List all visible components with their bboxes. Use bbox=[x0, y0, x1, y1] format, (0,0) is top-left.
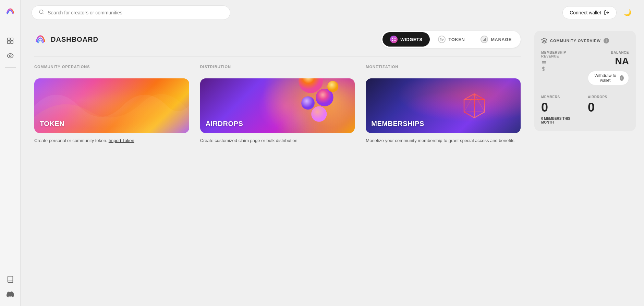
overview-header: COMMUNITY OVERVIEW i bbox=[541, 38, 629, 44]
theme-toggle-button[interactable]: 🌙 bbox=[622, 7, 633, 18]
overview-divider bbox=[541, 91, 629, 91]
overview-info-icon[interactable]: i bbox=[604, 38, 609, 43]
svg-rect-17 bbox=[485, 38, 486, 41]
tab-token[interactable]: TOKEN bbox=[430, 32, 472, 47]
svg-point-11 bbox=[392, 40, 393, 41]
svg-point-14 bbox=[441, 39, 442, 40]
tab-manage-label: MANAGE bbox=[491, 37, 512, 42]
sidebar-item-discord[interactable] bbox=[4, 288, 16, 301]
revenue-sub bbox=[541, 60, 582, 65]
airdrops-card-desc: Create customized claim page or bulk dis… bbox=[200, 137, 355, 144]
sidebar-divider-1 bbox=[5, 29, 16, 29]
community-operations-label: COMMUNITY OPERATIONS bbox=[34, 65, 189, 69]
search-icon bbox=[39, 9, 44, 16]
widgets-tab-icon bbox=[390, 36, 398, 43]
header: Connect wallet 🌙 bbox=[21, 0, 644, 25]
membership-revenue-stat: MEMBERSHIP REVENUE bbox=[541, 51, 582, 85]
dashboard-title-wrap: DASHBOARD bbox=[34, 33, 98, 46]
token-card-title: TOKEN bbox=[40, 120, 64, 128]
tab-token-label: TOKEN bbox=[448, 37, 465, 42]
svg-rect-15 bbox=[483, 40, 484, 41]
withdraw-info-icon[interactable]: i bbox=[620, 75, 624, 81]
card-airdrops: DISTRIBUTION bbox=[200, 65, 355, 144]
svg-point-6 bbox=[39, 10, 43, 14]
balance-value: NA bbox=[588, 56, 629, 67]
content-area: DASHBOARD WIDGETS bbox=[21, 25, 644, 306]
main-content: Connect wallet 🌙 bbox=[21, 0, 644, 306]
dashboard-header: DASHBOARD WIDGETS bbox=[34, 31, 521, 56]
token-tab-icon bbox=[438, 36, 446, 43]
svg-point-20 bbox=[301, 97, 315, 110]
sidebar-item-eye[interactable] bbox=[4, 50, 16, 62]
header-right: Connect wallet 🌙 bbox=[562, 6, 633, 19]
overview-icon bbox=[541, 38, 547, 44]
balance-stat: BALANCE NA Withdraw to wallet i bbox=[588, 51, 629, 85]
search-input[interactable] bbox=[48, 10, 223, 15]
dollar-sub bbox=[541, 66, 582, 71]
airdrops-stat: AIRDROPS 0 bbox=[588, 95, 629, 124]
members-value: 0 bbox=[541, 100, 582, 115]
balance-label: BALANCE bbox=[588, 51, 629, 54]
tab-widgets[interactable]: WIDGETS bbox=[382, 32, 430, 47]
dashboard-logo-icon bbox=[34, 33, 47, 46]
tab-manage[interactable]: MANAGE bbox=[473, 32, 519, 47]
monetization-label: MONETIZATION bbox=[366, 65, 521, 69]
airdrops-card-image[interactable]: AIRDROPS bbox=[200, 78, 355, 133]
sidebar bbox=[0, 0, 21, 306]
svg-point-21 bbox=[327, 81, 338, 92]
right-sidebar: COMMUNITY OVERVIEW i MEMBERSHIP REVENUE bbox=[534, 25, 644, 306]
card-memberships: MONETIZATION bbox=[366, 65, 521, 144]
svg-rect-4 bbox=[10, 41, 13, 43]
svg-point-22 bbox=[311, 106, 327, 122]
members-label: MEMBERS bbox=[541, 95, 582, 99]
memberships-card-title: MEMBERSHIPS bbox=[371, 120, 424, 128]
membership-revenue-label: MEMBERSHIP REVENUE bbox=[541, 51, 582, 58]
sidebar-logo[interactable] bbox=[4, 5, 16, 18]
members-airdrops-grid: MEMBERS 0 0 MEMBERS THIS MONTH AIRDROPS … bbox=[541, 95, 629, 124]
svg-point-5 bbox=[9, 55, 11, 57]
card-token: COMMUNITY OPERATIONS TOKEN Create person… bbox=[34, 65, 189, 144]
sidebar-item-library[interactable] bbox=[4, 273, 16, 285]
token-card-image[interactable]: TOKEN bbox=[34, 78, 189, 133]
members-this-month: 0 MEMBERS THIS MONTH bbox=[541, 117, 582, 124]
airdrops-label: AIRDROPS bbox=[588, 95, 629, 99]
svg-point-9 bbox=[392, 38, 393, 39]
memberships-card-desc: Monetize your community membership to gr… bbox=[366, 137, 521, 144]
airdrops-value: 0 bbox=[588, 100, 629, 115]
dashboard-main: DASHBOARD WIDGETS bbox=[21, 25, 534, 306]
withdraw-button[interactable]: Withdraw to wallet i bbox=[588, 71, 629, 85]
menu-icon bbox=[541, 60, 547, 65]
withdraw-label: Withdraw to wallet bbox=[593, 73, 618, 83]
search-bar[interactable] bbox=[32, 5, 230, 20]
sidebar-divider-2 bbox=[5, 67, 16, 68]
memberships-card-image[interactable]: MEMBERSHIPS bbox=[366, 78, 521, 133]
overview-title: COMMUNITY OVERVIEW bbox=[550, 39, 601, 43]
token-card-desc: Create personal or community token. Impo… bbox=[34, 137, 189, 144]
svg-rect-0 bbox=[4, 5, 16, 18]
airdrops-card-title: AIRDROPS bbox=[206, 120, 243, 128]
connect-wallet-label: Connect wallet bbox=[570, 10, 601, 15]
overview-stats-grid: MEMBERSHIP REVENUE bbox=[541, 51, 629, 85]
connect-wallet-button[interactable]: Connect wallet bbox=[562, 6, 617, 19]
svg-point-12 bbox=[394, 40, 396, 41]
members-stat: MEMBERS 0 0 MEMBERS THIS MONTH bbox=[541, 95, 582, 124]
svg-point-10 bbox=[394, 38, 396, 39]
cards-grid: COMMUNITY OPERATIONS TOKEN Create person… bbox=[34, 65, 521, 144]
import-token-link[interactable]: Import Token bbox=[109, 138, 134, 143]
svg-point-13 bbox=[440, 38, 443, 41]
dollar-icon bbox=[541, 66, 546, 71]
tabs: WIDGETS TOKEN bbox=[381, 31, 521, 48]
tab-widgets-label: WIDGETS bbox=[400, 37, 422, 42]
svg-rect-3 bbox=[7, 41, 10, 43]
svg-rect-2 bbox=[10, 38, 13, 40]
svg-line-7 bbox=[42, 13, 44, 14]
sections: COMMUNITY OPERATIONS TOKEN Create person… bbox=[34, 65, 521, 144]
svg-rect-16 bbox=[484, 39, 485, 41]
svg-rect-1 bbox=[7, 38, 10, 40]
dashboard-title: DASHBOARD bbox=[51, 36, 98, 43]
manage-tab-icon bbox=[481, 36, 488, 43]
sidebar-item-book[interactable] bbox=[4, 35, 16, 47]
community-overview-panel: COMMUNITY OVERVIEW i MEMBERSHIP REVENUE bbox=[534, 31, 636, 131]
distribution-label: DISTRIBUTION bbox=[200, 65, 355, 69]
